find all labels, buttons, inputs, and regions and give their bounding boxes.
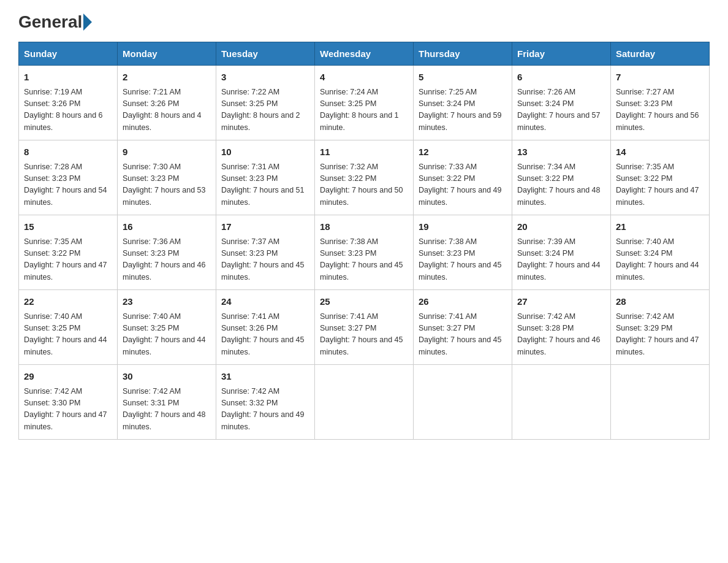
- calendar-day-header: Friday: [512, 42, 611, 66]
- calendar-week-row: 22Sunrise: 7:40 AMSunset: 3:25 PMDayligh…: [19, 290, 710, 365]
- day-info: Sunrise: 7:26 AMSunset: 3:24 PMDaylight:…: [517, 86, 605, 134]
- day-info: Sunrise: 7:35 AMSunset: 3:22 PMDaylight:…: [616, 161, 704, 209]
- day-number: 1: [24, 71, 112, 85]
- day-number: 16: [123, 220, 211, 234]
- calendar-day-cell: 25Sunrise: 7:41 AMSunset: 3:27 PMDayligh…: [315, 290, 414, 365]
- calendar-day-cell: 14Sunrise: 7:35 AMSunset: 3:22 PMDayligh…: [611, 140, 710, 215]
- day-info: Sunrise: 7:42 AMSunset: 3:31 PMDaylight:…: [123, 386, 211, 434]
- day-number: 12: [419, 145, 507, 159]
- calendar-day-cell: 11Sunrise: 7:32 AMSunset: 3:22 PMDayligh…: [315, 140, 414, 215]
- calendar-day-header: Saturday: [611, 42, 710, 66]
- day-number: 3: [221, 71, 309, 85]
- day-number: 24: [221, 295, 309, 309]
- calendar-day-cell: 8Sunrise: 7:28 AMSunset: 3:23 PMDaylight…: [19, 140, 118, 215]
- day-info: Sunrise: 7:19 AMSunset: 3:26 PMDaylight:…: [24, 86, 112, 134]
- day-number: 18: [320, 220, 408, 234]
- day-info: Sunrise: 7:22 AMSunset: 3:25 PMDaylight:…: [221, 86, 309, 134]
- calendar-week-row: 8Sunrise: 7:28 AMSunset: 3:23 PMDaylight…: [19, 140, 710, 215]
- day-number: 13: [517, 145, 605, 159]
- day-info: Sunrise: 7:37 AMSunset: 3:23 PMDaylight:…: [221, 236, 309, 284]
- calendar-day-header: Wednesday: [315, 42, 414, 66]
- day-number: 25: [320, 295, 408, 309]
- day-number: 8: [24, 145, 112, 159]
- day-number: 10: [221, 145, 309, 159]
- calendar-day-header: Sunday: [19, 42, 118, 66]
- day-info: Sunrise: 7:24 AMSunset: 3:25 PMDaylight:…: [320, 86, 408, 134]
- calendar-day-cell: 10Sunrise: 7:31 AMSunset: 3:23 PMDayligh…: [216, 140, 315, 215]
- calendar-day-cell: 18Sunrise: 7:38 AMSunset: 3:23 PMDayligh…: [315, 215, 414, 290]
- calendar-day-cell: 5Sunrise: 7:25 AMSunset: 3:24 PMDaylight…: [414, 66, 512, 140]
- day-number: 6: [517, 71, 605, 85]
- day-number: 26: [419, 295, 507, 309]
- calendar-day-cell: 9Sunrise: 7:30 AMSunset: 3:23 PMDaylight…: [118, 140, 216, 215]
- calendar-day-cell: 2Sunrise: 7:21 AMSunset: 3:26 PMDaylight…: [118, 66, 216, 140]
- calendar-day-cell: 22Sunrise: 7:40 AMSunset: 3:25 PMDayligh…: [19, 290, 118, 365]
- calendar-day-cell: 15Sunrise: 7:35 AMSunset: 3:22 PMDayligh…: [19, 215, 118, 290]
- day-number: 11: [320, 145, 408, 159]
- day-info: Sunrise: 7:38 AMSunset: 3:23 PMDaylight:…: [320, 236, 408, 284]
- day-number: 27: [517, 295, 605, 309]
- calendar-day-cell: 27Sunrise: 7:42 AMSunset: 3:28 PMDayligh…: [512, 290, 611, 365]
- calendar-day-cell: 31Sunrise: 7:42 AMSunset: 3:32 PMDayligh…: [216, 365, 315, 440]
- day-info: Sunrise: 7:42 AMSunset: 3:30 PMDaylight:…: [24, 386, 112, 434]
- calendar-day-header: Monday: [118, 42, 216, 66]
- calendar-day-cell: 30Sunrise: 7:42 AMSunset: 3:31 PMDayligh…: [118, 365, 216, 440]
- calendar-week-row: 29Sunrise: 7:42 AMSunset: 3:30 PMDayligh…: [19, 365, 710, 440]
- calendar-day-cell: [611, 365, 710, 440]
- day-info: Sunrise: 7:42 AMSunset: 3:32 PMDaylight:…: [221, 386, 309, 434]
- day-info: Sunrise: 7:40 AMSunset: 3:25 PMDaylight:…: [24, 311, 112, 359]
- calendar-day-cell: 17Sunrise: 7:37 AMSunset: 3:23 PMDayligh…: [216, 215, 315, 290]
- calendar-day-cell: 6Sunrise: 7:26 AMSunset: 3:24 PMDaylight…: [512, 66, 611, 140]
- day-info: Sunrise: 7:32 AMSunset: 3:22 PMDaylight:…: [320, 161, 408, 209]
- calendar-day-cell: 16Sunrise: 7:36 AMSunset: 3:23 PMDayligh…: [118, 215, 216, 290]
- day-info: Sunrise: 7:38 AMSunset: 3:23 PMDaylight:…: [419, 236, 507, 284]
- day-info: Sunrise: 7:42 AMSunset: 3:29 PMDaylight:…: [616, 311, 704, 359]
- calendar-day-cell: 24Sunrise: 7:41 AMSunset: 3:26 PMDayligh…: [216, 290, 315, 365]
- day-number: 17: [221, 220, 309, 234]
- logo-arrow-icon: [83, 13, 92, 31]
- day-info: Sunrise: 7:42 AMSunset: 3:28 PMDaylight:…: [517, 311, 605, 359]
- day-number: 2: [123, 71, 211, 85]
- calendar-header-row: SundayMondayTuesdayWednesdayThursdayFrid…: [19, 42, 710, 66]
- day-info: Sunrise: 7:30 AMSunset: 3:23 PMDaylight:…: [123, 161, 211, 209]
- calendar-day-cell: [315, 365, 414, 440]
- day-info: Sunrise: 7:21 AMSunset: 3:26 PMDaylight:…: [123, 86, 211, 134]
- day-info: Sunrise: 7:31 AMSunset: 3:23 PMDaylight:…: [221, 161, 309, 209]
- logo-general-text: General: [18, 12, 82, 32]
- calendar-day-cell: [414, 365, 512, 440]
- day-info: Sunrise: 7:41 AMSunset: 3:26 PMDaylight:…: [221, 311, 309, 359]
- day-number: 4: [320, 71, 408, 85]
- calendar-day-cell: 26Sunrise: 7:41 AMSunset: 3:27 PMDayligh…: [414, 290, 512, 365]
- calendar-day-cell: 3Sunrise: 7:22 AMSunset: 3:25 PMDaylight…: [216, 66, 315, 140]
- page-header: General: [18, 12, 710, 29]
- day-info: Sunrise: 7:25 AMSunset: 3:24 PMDaylight:…: [419, 86, 507, 134]
- day-info: Sunrise: 7:41 AMSunset: 3:27 PMDaylight:…: [419, 311, 507, 359]
- calendar-day-header: Tuesday: [216, 42, 315, 66]
- day-number: 22: [24, 295, 112, 309]
- calendar-day-cell: 19Sunrise: 7:38 AMSunset: 3:23 PMDayligh…: [414, 215, 512, 290]
- day-number: 19: [419, 220, 507, 234]
- day-number: 7: [616, 71, 704, 85]
- day-info: Sunrise: 7:39 AMSunset: 3:24 PMDaylight:…: [517, 236, 605, 284]
- calendar-day-cell: 4Sunrise: 7:24 AMSunset: 3:25 PMDaylight…: [315, 66, 414, 140]
- calendar-day-cell: 12Sunrise: 7:33 AMSunset: 3:22 PMDayligh…: [414, 140, 512, 215]
- day-number: 31: [221, 370, 309, 384]
- calendar-day-header: Thursday: [414, 42, 512, 66]
- calendar-day-cell: [512, 365, 611, 440]
- logo: General: [18, 12, 93, 29]
- day-number: 15: [24, 220, 112, 234]
- calendar-day-cell: 28Sunrise: 7:42 AMSunset: 3:29 PMDayligh…: [611, 290, 710, 365]
- day-info: Sunrise: 7:28 AMSunset: 3:23 PMDaylight:…: [24, 161, 112, 209]
- day-number: 28: [616, 295, 704, 309]
- day-number: 23: [123, 295, 211, 309]
- day-number: 29: [24, 370, 112, 384]
- calendar-day-cell: 23Sunrise: 7:40 AMSunset: 3:25 PMDayligh…: [118, 290, 216, 365]
- calendar-day-cell: 21Sunrise: 7:40 AMSunset: 3:24 PMDayligh…: [611, 215, 710, 290]
- calendar-day-cell: 1Sunrise: 7:19 AMSunset: 3:26 PMDaylight…: [19, 66, 118, 140]
- day-info: Sunrise: 7:41 AMSunset: 3:27 PMDaylight:…: [320, 311, 408, 359]
- day-info: Sunrise: 7:33 AMSunset: 3:22 PMDaylight:…: [419, 161, 507, 209]
- calendar-table: SundayMondayTuesdayWednesdayThursdayFrid…: [18, 42, 710, 440]
- calendar-week-row: 15Sunrise: 7:35 AMSunset: 3:22 PMDayligh…: [19, 215, 710, 290]
- day-info: Sunrise: 7:34 AMSunset: 3:22 PMDaylight:…: [517, 161, 605, 209]
- day-info: Sunrise: 7:40 AMSunset: 3:24 PMDaylight:…: [616, 236, 704, 284]
